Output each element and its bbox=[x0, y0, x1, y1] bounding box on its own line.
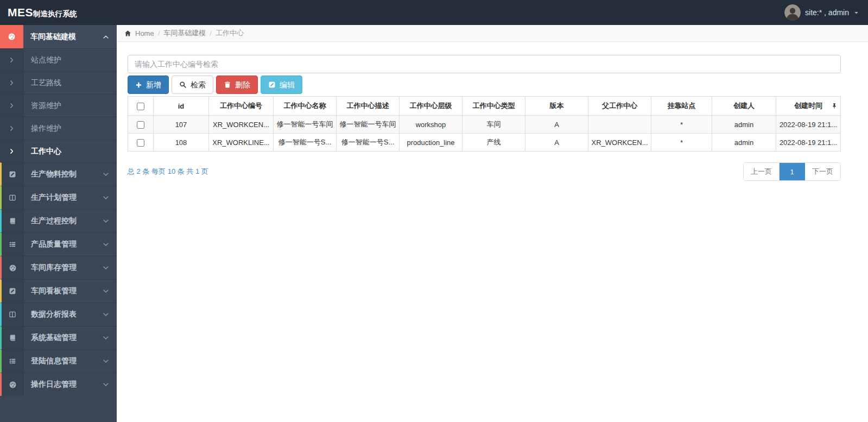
pagination-summary: 总 2 条 每页 10 条 共 1 页 bbox=[128, 167, 208, 177]
sidebar-subitem-label: 工作中心 bbox=[23, 140, 117, 162]
sidebar-group-label: 产品质量管理 bbox=[31, 240, 77, 249]
table-cell: XR_WORKCEN... bbox=[209, 116, 274, 134]
sidebar-subitem-label: 站点维护 bbox=[23, 49, 117, 71]
table-cell: * bbox=[651, 134, 712, 152]
table-row[interactable]: 107XR_WORKCEN...修一智能一号车间修一智能一号车间workshop… bbox=[128, 116, 841, 134]
dashboard-icon bbox=[0, 25, 23, 48]
workcenter-table: id工作中心编号工作中心名称工作中心描述工作中心层级工作中心类型版本父工作中心挂… bbox=[128, 96, 841, 152]
caret-down-icon bbox=[853, 10, 859, 16]
sidebar-group-label: 生产物料控制 bbox=[31, 169, 77, 179]
column-header[interactable]: 工作中心名称 bbox=[274, 97, 337, 116]
sidebar-subitem[interactable]: 工艺路线 bbox=[0, 71, 117, 94]
sidebar-subitem[interactable]: 站点维护 bbox=[0, 48, 117, 71]
chevron-down-icon bbox=[103, 218, 109, 224]
table-cell: XR_WORKLINE... bbox=[209, 134, 274, 152]
table-cell: 车间 bbox=[462, 116, 525, 134]
chevron-down-icon bbox=[103, 358, 109, 364]
sidebar-group-label: 车间看板管理 bbox=[31, 286, 77, 296]
column-header[interactable]: id bbox=[154, 97, 209, 116]
column-header[interactable]: 挂靠站点 bbox=[651, 97, 712, 116]
sidebar-subitem-label: 资源维护 bbox=[23, 95, 117, 117]
edit-icon bbox=[9, 287, 16, 295]
user-name: site:* , admin bbox=[805, 8, 849, 17]
column-header[interactable]: 版本 bbox=[525, 97, 588, 116]
chevron-down-icon bbox=[103, 311, 109, 318]
delete-button[interactable]: 删除 bbox=[216, 75, 258, 94]
search-input[interactable] bbox=[128, 55, 841, 73]
sidebar-group[interactable]: 生产计划管理 bbox=[0, 186, 117, 209]
table-cell: 修一智能一号S... bbox=[337, 134, 400, 152]
sidebar-group-label: 系统基础管理 bbox=[31, 333, 77, 343]
sidebar-group-active-label: 车间基础建模 bbox=[30, 32, 76, 42]
sidebar-group[interactable]: 生产过程控制 bbox=[0, 209, 117, 232]
dashboard-icon bbox=[9, 381, 17, 389]
add-button[interactable]: 新增 bbox=[128, 75, 169, 94]
sidebar-group[interactable]: 生产物料控制 bbox=[0, 162, 117, 186]
sidebar-group[interactable]: 车间库存管理 bbox=[0, 256, 117, 279]
dashboard-icon bbox=[9, 264, 17, 272]
edit-button[interactable]: 编辑 bbox=[261, 75, 302, 94]
app-logo[interactable]: MES 制造执行系统 bbox=[8, 6, 77, 19]
column-header[interactable]: 工作中心描述 bbox=[337, 97, 400, 116]
table-cell: XR_WORKCEN... bbox=[588, 134, 651, 152]
sidebar-group-label: 登陆信息管理 bbox=[31, 356, 77, 366]
table-row[interactable]: 108XR_WORKLINE...修一智能一号S...修一智能一号S...pro… bbox=[128, 134, 841, 152]
pin-icon[interactable] bbox=[831, 103, 838, 109]
breadcrumb-item: 工作中心 bbox=[216, 28, 244, 38]
column-header[interactable]: 父工作中心 bbox=[588, 97, 651, 116]
plus-icon bbox=[135, 81, 142, 89]
sidebar-group[interactable]: 产品质量管理 bbox=[0, 232, 117, 256]
select-all-checkbox[interactable] bbox=[137, 103, 144, 110]
sidebar-subitem[interactable]: 操作维护 bbox=[0, 117, 117, 140]
row-checkbox[interactable] bbox=[137, 139, 144, 147]
sidebar-groups: 生产物料控制 生产计划管理 生产过程控制 产品质量管理 车间库存管理 车间看板管… bbox=[0, 162, 117, 396]
user-menu[interactable]: site:* , admin bbox=[784, 4, 859, 21]
pagination-bar: 总 2 条 每页 10 条 共 1 页 上一页 1 下一页 bbox=[128, 162, 841, 181]
chevron-right-icon bbox=[9, 57, 15, 63]
toolbar: 新增 检索 删除 编辑 bbox=[128, 75, 841, 94]
sidebar-group[interactable]: 操作日志管理 bbox=[0, 373, 117, 396]
sidebar-subitem-label: 操作维护 bbox=[23, 117, 117, 140]
table-cell bbox=[588, 116, 651, 134]
sidebar-subitem[interactable]: 工作中心 bbox=[0, 140, 117, 162]
sidebar-group-label: 数据分析报表 bbox=[31, 310, 77, 319]
sidebar-group[interactable]: 系统基础管理 bbox=[0, 326, 117, 349]
search-button[interactable]: 检索 bbox=[172, 75, 213, 94]
trash-icon bbox=[224, 81, 231, 89]
sidebar-subitem[interactable]: 资源维护 bbox=[0, 94, 117, 117]
avatar bbox=[784, 4, 801, 21]
search-icon bbox=[179, 81, 187, 89]
column-header[interactable]: 创建人 bbox=[712, 97, 776, 116]
column-header[interactable]: 工作中心层级 bbox=[400, 97, 462, 116]
row-checkbox[interactable] bbox=[137, 121, 144, 129]
sidebar-group[interactable]: 数据分析报表 bbox=[0, 303, 117, 326]
page-1-button[interactable]: 1 bbox=[780, 163, 805, 180]
next-page-button[interactable]: 下一页 bbox=[805, 163, 840, 180]
sidebar-group-label: 车间库存管理 bbox=[31, 263, 77, 273]
prev-page-button[interactable]: 上一页 bbox=[744, 163, 780, 180]
breadcrumb-home[interactable]: Home bbox=[135, 29, 154, 37]
chevron-up-icon bbox=[103, 34, 109, 40]
column-header[interactable]: 工作中心编号 bbox=[209, 97, 274, 116]
select-all-header bbox=[128, 97, 154, 116]
column-header[interactable]: 工作中心类型 bbox=[462, 97, 525, 116]
breadcrumb-separator: / bbox=[158, 29, 160, 37]
sidebar-group-active[interactable]: 车间基础建模 bbox=[0, 25, 117, 48]
brand-bold: MES bbox=[8, 6, 33, 19]
mes-app: MES 制造执行系统 site:* , admin 车间基础建模 站点维护 工艺… bbox=[0, 0, 868, 422]
chevron-down-icon bbox=[103, 264, 109, 271]
column-header[interactable]: 创建时间 bbox=[776, 97, 841, 116]
chevron-down-icon bbox=[103, 335, 109, 341]
table-cell: 108 bbox=[154, 134, 209, 152]
table-cell: 107 bbox=[154, 116, 209, 134]
table-cell: 产线 bbox=[462, 134, 525, 152]
sidebar-subitem-label: 工艺路线 bbox=[23, 72, 117, 94]
table-cell: 2022-08-19 21:1... bbox=[776, 116, 841, 134]
sidebar-group[interactable]: 登陆信息管理 bbox=[0, 349, 117, 373]
chevron-down-icon bbox=[103, 194, 109, 201]
sidebar-group[interactable]: 车间看板管理 bbox=[0, 279, 117, 303]
chevron-down-icon bbox=[103, 241, 109, 248]
breadcrumb-item[interactable]: 车间基础建模 bbox=[163, 28, 206, 38]
table-cell: 修一智能一号S... bbox=[274, 134, 337, 152]
sidebar-group-label: 操作日志管理 bbox=[31, 380, 77, 389]
